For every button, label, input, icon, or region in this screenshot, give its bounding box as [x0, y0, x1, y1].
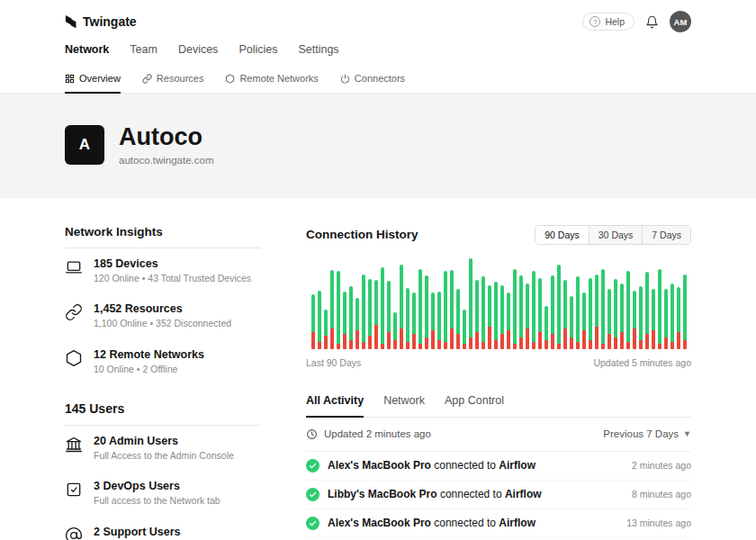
chart-bar [469, 258, 472, 349]
date-range-segmented-control: 90 Days 30 Days 7 Days [535, 225, 691, 245]
insight-subtitle: 120 Online • 43 Total Trusted Devices [94, 273, 251, 285]
network-insights-panel: Network Insights 185 Devices 120 Online … [65, 225, 261, 540]
range-7-days-button[interactable]: 7 Days [642, 226, 690, 244]
chart-bar [526, 284, 529, 349]
chart-bar [582, 292, 586, 349]
nav-item-network[interactable]: Network [65, 43, 109, 65]
range-30-days-button[interactable]: 30 Days [589, 226, 643, 244]
activity-row[interactable]: Libby's MacBook Pro connected to Airflow… [306, 481, 691, 509]
chart-bar [450, 270, 454, 349]
chart-bar [494, 282, 498, 349]
chart-bar [589, 278, 592, 349]
activity-updated-row: Updated 2 minutes ago Previous 7 Days ▼ [306, 418, 691, 452]
nav-item-team[interactable]: Team [130, 43, 158, 65]
chart-bar [563, 280, 567, 349]
chart-bar [683, 274, 687, 349]
tab-network[interactable]: Network [383, 386, 425, 418]
chart-bar [551, 275, 554, 349]
insight-resources[interactable]: 1,452 Resources 1,100 Online • 352 Disco… [65, 293, 261, 339]
chart-bar [475, 280, 479, 349]
chart-bar [664, 289, 668, 349]
chart-bar [595, 274, 598, 349]
subnav-item-overview[interactable]: Overview [65, 65, 121, 94]
chart-bar [387, 281, 391, 349]
chart-bar [425, 275, 428, 349]
org-logo: A [65, 125, 104, 165]
secondary-nav: Overview Resources Remote Networks [0, 65, 756, 94]
app-window: Twingate ? Help AM Network Team Devices [0, 0, 756, 540]
chart-bar [576, 276, 580, 349]
connection-chart-bars [306, 259, 691, 349]
chart-bar [532, 271, 536, 349]
range-90-days-button[interactable]: 90 Days [536, 226, 589, 244]
network-insights-title: Network Insights [65, 225, 261, 248]
chart-bar [362, 274, 365, 349]
chart-bar [311, 294, 315, 349]
connection-history-title: Connection History [306, 228, 418, 241]
brand-name: Twingate [83, 14, 137, 29]
target-name: Airflow [499, 459, 536, 472]
action-text: connected to [434, 517, 496, 529]
activity-row[interactable]: Alex's MacBook Pro connected to Airflow … [306, 509, 691, 538]
link-icon [65, 303, 83, 321]
subnav-item-resources[interactable]: Resources [142, 65, 204, 94]
bank-icon [65, 436, 83, 454]
insight-devops-users[interactable]: 3 DevOps Users Full access to the Networ… [65, 471, 261, 517]
org-hero: A Autoco autoco.twingate.com [0, 94, 756, 198]
chart-bar [318, 291, 321, 349]
insight-title: 2 Support Users [94, 526, 261, 538]
header: Twingate ? Help AM Network Team Devices [0, 0, 756, 65]
insight-title: 12 Remote Networks [94, 348, 204, 361]
activity-row[interactable]: Alex's MacBook Pro connected to Airflow … [306, 452, 691, 481]
insight-remote-networks[interactable]: 12 Remote Networks 10 Online • 2 Offline [65, 339, 261, 385]
chart-bar [374, 280, 378, 349]
subnav-item-connectors[interactable]: Connectors [340, 65, 405, 94]
action-text: connected to [434, 459, 496, 472]
chart-bar [482, 276, 485, 349]
chart-bar [677, 287, 680, 349]
chart-bar [513, 269, 517, 349]
help-label: Help [605, 16, 625, 27]
chart-bar [519, 275, 523, 349]
insight-support-users[interactable]: 2 Support Users Read-only access to the … [65, 517, 261, 540]
chart-bar [670, 284, 674, 349]
previous-7-days-filter[interactable]: Previous 7 Days ▼ [603, 428, 691, 439]
nav-item-devices[interactable]: Devices [178, 43, 218, 65]
chart-bar [538, 278, 542, 349]
tab-app-control[interactable]: App Control [445, 386, 504, 418]
chart-bar [633, 291, 636, 349]
primary-nav: Network Team Devices Policies Settings [65, 43, 691, 65]
chart-bar [330, 270, 334, 349]
laptop-icon [65, 258, 83, 276]
chart-bar [381, 267, 384, 349]
org-title: Autoco [119, 124, 213, 151]
chart-bar [658, 269, 662, 349]
avatar[interactable]: AM [670, 11, 691, 32]
device-name: Alex's MacBook Pro [328, 459, 431, 472]
chart-bar [601, 269, 605, 349]
insight-devices[interactable]: 185 Devices 120 Online • 43 Total Truste… [65, 248, 261, 294]
hexagon-icon [225, 74, 235, 84]
help-button[interactable]: ? Help [582, 13, 634, 31]
subnav-item-remote-networks[interactable]: Remote Networks [225, 65, 318, 94]
chart-bar [437, 292, 441, 349]
chart-bar [444, 271, 447, 349]
tab-all-activity[interactable]: All Activity [306, 386, 364, 418]
insight-admin-users[interactable]: 20 Admin Users Full Access to the Admin … [65, 426, 261, 472]
insight-subtitle: 1,100 Online • 352 Disconnected [94, 318, 231, 330]
chart-bar [337, 271, 340, 349]
chart-bar [620, 284, 624, 349]
chart-bar [406, 288, 410, 349]
insight-title: 185 Devices [94, 257, 251, 270]
check-square-icon [65, 481, 83, 499]
chart-bar [463, 310, 466, 349]
subnav-label: Overview [79, 73, 121, 84]
twingate-logo-icon [65, 15, 76, 29]
chart-bar [324, 310, 328, 349]
check-circle-icon [306, 517, 320, 530]
link-icon [142, 74, 152, 84]
nav-item-policies[interactable]: Policies [238, 43, 277, 65]
activity-time: 13 minutes ago [626, 518, 691, 528]
nav-item-settings[interactable]: Settings [298, 43, 338, 65]
notifications-bell-icon[interactable] [645, 15, 659, 29]
